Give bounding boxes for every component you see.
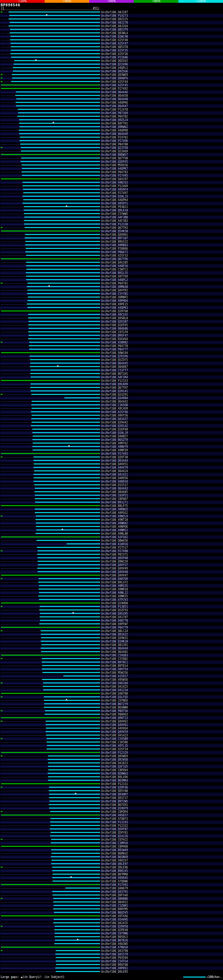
hit-row[interactable]: UniRef100_Q9ZP40 — [0, 556, 223, 560]
alignment-bar[interactable] — [26, 265, 100, 266]
hit-row[interactable]: UniRef100_A4F3B0 — [0, 216, 223, 219]
hit-row[interactable]: UniRef100_Q19HD0 — [0, 601, 223, 605]
hit-label[interactable]: UniRef100_Q4VV61 — [101, 724, 128, 727]
alignment-bar[interactable] — [30, 366, 100, 367]
hit-row[interactable]: UniRef100_B9T014 — [0, 664, 223, 667]
hit-label[interactable]: UniRef100_Q93HR7 — [101, 793, 128, 796]
alignment-bar[interactable] — [11, 50, 100, 51]
hit-label[interactable]: UniRef100_O40788 — [101, 692, 128, 695]
hit-label[interactable]: UniRef100_P13193 — [101, 821, 128, 824]
hit-row[interactable]: UniRef100_B8LP75 — [0, 504, 223, 508]
hit-label[interactable]: UniRef100_A4QPJ6 — [101, 264, 128, 268]
hit-row[interactable]: UniRef100_Q19UF9 — [0, 807, 223, 810]
hit-row[interactable]: UniRef100_Q39141 — [0, 389, 223, 393]
hit-row[interactable]: UniRef100_P12469 — [0, 184, 223, 188]
alignment-bar[interactable] — [27, 304, 100, 304]
alignment-bar[interactable] — [53, 894, 100, 896]
alignment-bar[interactable] — [48, 776, 100, 777]
alignment-bar[interactable] — [23, 199, 100, 200]
hit-row[interactable]: UniRef100_C0PQD7 — [0, 497, 223, 501]
alignment-bar[interactable] — [26, 248, 100, 249]
hit-row[interactable]: UniRef100_O40769 — [0, 577, 223, 581]
alignment-bar[interactable] — [31, 394, 100, 395]
alignment-bar[interactable] — [39, 582, 100, 583]
hit-row[interactable]: UniRef100_P09756 — [0, 709, 223, 713]
hit-row[interactable]: UniRef100_A9PHD4 — [0, 299, 223, 302]
alignment-bar[interactable] — [54, 919, 100, 920]
hit-row[interactable]: UniRef100_O04424 — [0, 469, 223, 473]
alignment-bar[interactable] — [1, 88, 100, 89]
hit-row[interactable]: UniRef100_P07369 — [0, 111, 223, 115]
alignment-bar[interactable] — [39, 592, 100, 593]
hit-row[interactable]: UniRef100_Q8LC24 — [0, 629, 223, 633]
hit-row[interactable]: UniRef100_A10916 — [0, 542, 223, 546]
hit-row[interactable]: UniRef100_O40770 — [0, 619, 223, 622]
alignment-bar[interactable] — [31, 411, 100, 412]
alignment-bar[interactable] — [32, 432, 100, 433]
alignment-bar[interactable] — [1, 84, 100, 86]
hit-label[interactable]: UniRef100_P12329 — [101, 751, 128, 754]
hit-row[interactable]: UniRef100_B9GS22 — [0, 240, 223, 243]
alignment-bar[interactable] — [20, 137, 100, 138]
alignment-bar[interactable] — [1, 310, 100, 312]
alignment-bar[interactable] — [29, 345, 100, 346]
alignment-bar[interactable] — [15, 95, 100, 96]
alignment-bar[interactable] — [35, 495, 100, 496]
hit-row[interactable]: UniRef100_Q9W159 — [0, 560, 223, 563]
hit-label[interactable]: UniRef100_C51FT7 — [101, 369, 128, 372]
alignment-bar[interactable] — [47, 748, 100, 749]
hit-label[interactable]: UniRef100_B9IL55 — [101, 272, 128, 275]
hit-row[interactable]: UniRef100_Q39F66 — [0, 786, 223, 789]
hit-row[interactable]: UniRef100_A9S9Y1 — [0, 202, 223, 205]
hit-label[interactable]: UniRef100_Q93X44 — [101, 459, 128, 462]
hit-label[interactable]: UniRef100_A9S657 — [101, 814, 128, 817]
hit-row[interactable]: UniRef100_P13193 — [0, 821, 223, 824]
hit-label[interactable]: UniRef100_A9U2S7 — [101, 859, 128, 862]
alignment-bar[interactable] — [49, 804, 100, 805]
hit-row[interactable]: UniRef100_B9LX96 — [0, 775, 223, 779]
hit-row[interactable]: UniRef100_O04685 — [0, 490, 223, 494]
alignment-bar[interactable] — [29, 342, 100, 343]
hit-label[interactable]: UniRef100_A9NVY9 — [101, 445, 128, 449]
hit-row[interactable]: UniRef100_P08963 — [0, 713, 223, 716]
hit-label[interactable]: UniRef100_A4QPL1 — [101, 67, 128, 70]
hit-label[interactable]: UniRef100_A9NPD6 — [101, 525, 128, 528]
hit-label[interactable]: UniRef100_O64445 — [101, 362, 128, 365]
hit-row[interactable]: UniRef100_Q39142 — [0, 424, 223, 428]
alignment-bar[interactable] — [40, 606, 100, 607]
hit-label[interactable]: UniRef100_B91LF1 — [101, 501, 128, 504]
alignment-bar[interactable] — [18, 112, 100, 113]
alignment-bar[interactable] — [16, 105, 100, 107]
alignment-bar[interactable] — [54, 912, 100, 913]
hit-label[interactable]: UniRef100_A9PFW7 — [101, 623, 128, 626]
alignment-bar[interactable] — [24, 213, 100, 214]
alignment-bar[interactable] — [32, 401, 100, 402]
hit-label[interactable]: UniRef100_O64401 — [101, 651, 128, 654]
hit-row[interactable]: UniRef100_P93594 — [0, 956, 223, 959]
hit-row[interactable]: UniRef100_A9P8S1 — [0, 966, 223, 970]
hit-label[interactable]: UniRef100_O40934 — [101, 480, 128, 483]
hit-label[interactable]: UniRef100_A9SR45 — [101, 877, 128, 880]
hit-label[interactable]: UniRef100_C5X5B9 — [101, 737, 128, 740]
alignment-bar[interactable] — [35, 533, 100, 534]
hit-label[interactable]: UniRef100_Q33291 — [101, 393, 128, 396]
alignment-bar[interactable] — [38, 564, 100, 565]
hit-row[interactable]: UniRef100_Q853T9 — [0, 28, 223, 31]
hit-row[interactable]: UniRef100_P12470 — [0, 108, 223, 111]
hit-row[interactable]: UniRef100_O64401 — [0, 650, 223, 654]
alignment-bar[interactable] — [13, 67, 100, 68]
hit-label[interactable]: UniRef100_Q9LE96 — [101, 866, 128, 869]
hit-label[interactable]: UniRef100_Q39142 — [101, 425, 128, 428]
alignment-bar[interactable] — [37, 540, 100, 541]
hit-label[interactable]: UniRef100_P07369 — [101, 111, 128, 115]
hit-label[interactable]: UniRef100_Q4VV59 — [101, 730, 128, 733]
hit-label[interactable]: UniRef100_C5XTG4 — [101, 960, 128, 963]
hit-row[interactable]: UniRef100_A8J270 — [0, 21, 223, 24]
hit-row[interactable]: UniRef100_A2SY46 — [0, 410, 223, 414]
hit-row[interactable]: UniRef100_Q22496 — [0, 62, 223, 66]
hit-row[interactable]: UniRef100_O48057 — [0, 434, 223, 438]
alignment-bar[interactable] — [29, 321, 100, 322]
hit-label[interactable]: UniRef100_A9C4U9 — [101, 407, 128, 410]
alignment-bar[interactable] — [41, 634, 100, 635]
hit-label[interactable]: UniRef100_O04424 — [101, 470, 128, 473]
